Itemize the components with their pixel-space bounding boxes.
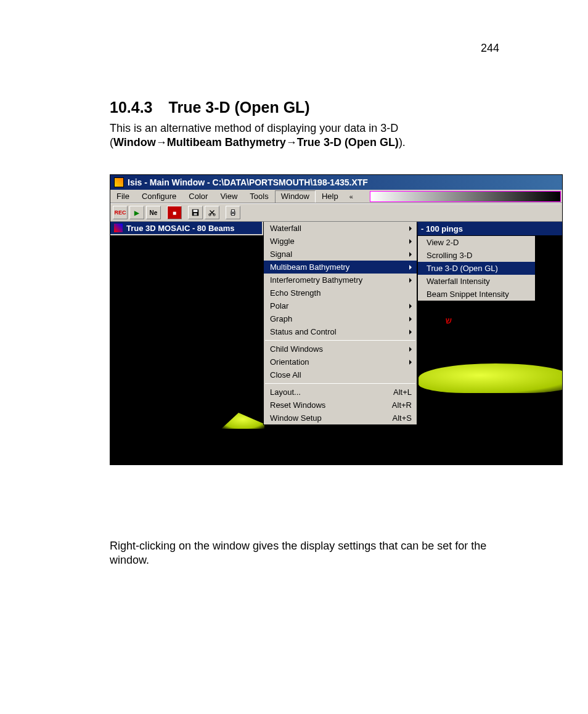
page-number: 244 [481,42,499,55]
cut-button[interactable] [205,206,219,219]
menu-item-echo-strength[interactable]: Echo Strength [264,286,417,299]
terrain-surface [419,363,562,393]
app-icon [114,177,124,187]
window-title: Isis - Main Window - C:\DATA\PORTSMOUTH\… [128,177,368,187]
printer-icon [229,208,237,217]
print-button[interactable] [226,206,240,219]
menu-item-window-setup[interactable]: Window SetupAlt+S [264,412,417,424]
section-number: 10.4.3 [110,99,153,116]
window-titlebar: Isis - Main Window - C:\DATA\PORTSMOUTH\… [110,175,562,190]
toolbar-chevron-icon[interactable]: « [345,192,358,201]
mosaic-icon [114,224,123,232]
submenu-arrow-icon [409,239,412,244]
toolbar: REC ▶ Ne ■ [110,203,562,222]
shortcut-label: Alt+L [381,387,412,397]
shortcut-label: Alt+R [380,400,412,410]
svg-rect-7 [231,214,234,216]
play-button[interactable]: ▶ [129,206,144,219]
menu-help[interactable]: Help [316,190,345,202]
menu-item-orientation[interactable]: Orientation [264,355,417,368]
submenu-arrow-icon [409,360,412,365]
submenu-arrow-icon [409,278,412,283]
menu-item-waterfall[interactable]: Waterfall [264,222,417,235]
menu-item-close-all[interactable]: Close All [264,368,417,381]
submenu-item-scrolling-3d[interactable]: Scrolling 3-D [418,249,535,262]
color-gradient-swatch[interactable] [370,191,561,202]
section-title: True 3-D (Open GL) [169,99,310,116]
menu-tools[interactable]: Tools [243,190,274,202]
submenu-item-view-2d[interactable]: View 2-D [418,236,535,249]
stop-button[interactable]: ■ [167,206,182,219]
submenu-arrow-icon [409,226,412,231]
menu-item-layout[interactable]: Layout...Alt+L [264,386,417,399]
app-screenshot: Isis - Main Window - C:\DATA\PORTSMOUTH\… [110,174,563,465]
menubar: File Configure Color View Tools Window H… [110,190,562,203]
terrain-fragment [221,413,264,429]
menu-item-signal[interactable]: Signal [264,248,417,261]
submenu-arrow-icon [409,304,412,309]
intro-paragraph: This is an alternative method of display… [110,121,492,150]
submenu-arrow-icon [409,252,412,257]
menu-file[interactable]: File [110,190,136,202]
menu-item-interferometry-bathymetry[interactable]: Interferometry Bathymetry [264,274,417,286]
canvas-area: True 3D MOSAIC - 80 Beams - 100 pings ש … [110,222,562,465]
menu-item-polar[interactable]: Polar [264,299,417,312]
menu-color[interactable]: Color [182,190,214,202]
scissors-icon [208,208,216,217]
floppy-icon [191,208,200,217]
record-button[interactable]: REC [113,206,128,219]
menu-separator [265,340,415,341]
submenu-item-waterfall-intensity[interactable]: Waterfall Intensity [418,275,535,288]
submenu-arrow-icon [409,347,412,352]
menu-item-multibeam-bathymetry[interactable]: Multibeam Bathymetry [264,261,417,274]
menu-item-graph[interactable]: Graph [264,312,417,325]
menu-item-reset-windows[interactable]: Reset WindowsAlt+R [264,399,417,412]
menu-item-child-windows[interactable]: Child Windows [264,343,417,355]
menu-window[interactable]: Window [275,190,316,203]
intro-post: ). [399,136,406,148]
svg-rect-6 [231,210,234,213]
submenu-arrow-icon [409,265,412,270]
lower-paragraph: Right-clicking on the window gives the d… [110,539,492,567]
section-heading: 10.4.3True 3-D (Open GL) [110,99,551,116]
menu-item-wiggle[interactable]: Wiggle [264,235,417,248]
svg-rect-2 [194,213,197,216]
menu-view[interactable]: View [214,190,243,202]
svg-rect-1 [194,210,198,213]
right-pane-title-text: - 100 pings [421,224,463,233]
shortcut-label: Alt+S [380,413,412,423]
window-menu-dropdown: Waterfall Wiggle Signal Multibeam Bathym… [263,222,417,425]
submenu-arrow-icon [409,330,412,335]
menu-configure[interactable]: Configure [136,190,182,202]
submenu-item-beam-snippet-intensity[interactable]: Beam Snippet Intensity [418,288,535,301]
left-pane-title-text: True 3D MOSAIC - 80 Beams [126,224,235,233]
menu-item-status-and-control[interactable]: Status and Control [264,325,417,338]
multibeam-submenu: View 2-D Scrolling 3-D True 3-D (Open GL… [417,235,536,301]
left-pane-titlebar[interactable]: True 3D MOSAIC - 80 Beams [110,222,263,235]
red-marker: ש [446,315,452,325]
menu-separator [265,383,415,384]
submenu-item-true-3d-opengl[interactable]: True 3-D (Open GL) [418,262,535,275]
right-pane-titlebar[interactable]: - 100 pings [417,222,562,235]
intro-menu-path: Window→Multibeam Bathymetry→True 3-D (Op… [113,136,399,148]
new-button[interactable]: Ne [146,206,161,219]
save-button[interactable] [188,206,203,219]
submenu-arrow-icon [409,317,412,322]
